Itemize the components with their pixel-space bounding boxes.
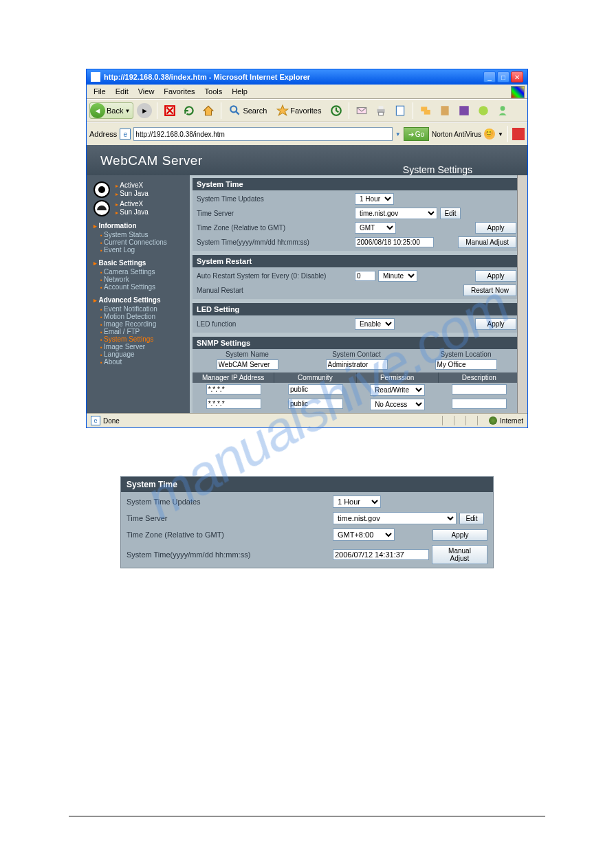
close-button[interactable]: ✕ bbox=[511, 71, 523, 82]
snmp-contact-input[interactable] bbox=[326, 359, 388, 370]
snmp-ip-input-1[interactable] bbox=[206, 399, 261, 409]
time-server-select[interactable]: time.nist.gov bbox=[355, 208, 437, 219]
sidebar-cat-information[interactable]: Information bbox=[94, 222, 183, 230]
sidebar-item-recording[interactable]: Image Recording bbox=[94, 320, 183, 328]
system-time-label: System Time(yyyy/mm/dd hh:mm:ss) bbox=[197, 238, 355, 246]
minimize-button[interactable]: _ bbox=[483, 71, 496, 82]
sidebar-link-sunjava[interactable]: Sun Java bbox=[116, 190, 149, 197]
toolbar: ◄Back▼ ► Search Favorites bbox=[87, 99, 527, 122]
messenger-button[interactable] bbox=[494, 102, 511, 119]
svg-point-1 bbox=[231, 106, 237, 112]
detail-server-select[interactable]: time.nist.gov bbox=[333, 512, 457, 524]
detail-updates-select[interactable]: 1 Hour bbox=[333, 496, 381, 508]
mail-button[interactable] bbox=[353, 102, 370, 119]
research-button[interactable] bbox=[437, 102, 453, 119]
maximize-button[interactable]: □ bbox=[497, 71, 509, 82]
sidebar-link-activex-2[interactable]: ActiveX bbox=[116, 200, 149, 208]
manual-adjust-button[interactable]: Manual Adjust bbox=[458, 236, 516, 248]
sidebar-item-email-ftp[interactable]: Email / FTP bbox=[94, 328, 183, 335]
address-bar: Address e ▼ ➔ Go Norton AntiVirus 😊 ▼ bbox=[87, 122, 527, 145]
sidebar-item-account[interactable]: Account Settings bbox=[94, 283, 183, 291]
detail-tz-label: Time Zone (Relative to GMT) bbox=[127, 531, 333, 539]
snmp-desc-input-1[interactable] bbox=[452, 399, 507, 409]
history-button[interactable] bbox=[328, 102, 344, 119]
sidebar-item-camera[interactable]: Camera Settings bbox=[94, 268, 183, 276]
refresh-button[interactable] bbox=[181, 102, 197, 119]
print-button[interactable] bbox=[373, 102, 389, 119]
sidebar-item-system-status[interactable]: System Status bbox=[94, 231, 183, 238]
snmp-comm-input-1[interactable] bbox=[288, 399, 343, 409]
stop-button[interactable] bbox=[162, 102, 178, 119]
snmp-desc-input-0[interactable] bbox=[452, 384, 507, 394]
toolbar-icon-2[interactable] bbox=[475, 102, 492, 119]
globe-icon bbox=[489, 416, 497, 425]
ie-icon bbox=[91, 72, 100, 82]
detail-edit-button[interactable]: Edit bbox=[459, 513, 484, 524]
back-button[interactable]: ◄Back▼ bbox=[89, 102, 133, 119]
snmp-col-permission: Permission bbox=[357, 372, 439, 383]
forward-button[interactable]: ► bbox=[136, 102, 153, 119]
sidebar-cat-basic[interactable]: Basic Settings bbox=[94, 259, 183, 267]
sidebar-link-sunjava-2[interactable]: Sun Java bbox=[116, 208, 149, 216]
favorites-button[interactable]: Favorites bbox=[273, 102, 325, 119]
svg-point-13 bbox=[500, 106, 505, 111]
time-updates-select[interactable]: 1 Hour bbox=[355, 193, 394, 205]
address-label: Address bbox=[89, 130, 117, 138]
edit-button[interactable] bbox=[392, 102, 408, 119]
home-button[interactable] bbox=[200, 102, 217, 119]
norton-icon[interactable]: 😊 bbox=[484, 129, 495, 140]
sidebar-item-connections[interactable]: Current Connections bbox=[94, 238, 183, 246]
sidebar-link-activex[interactable]: ActiveX bbox=[116, 181, 149, 189]
auto-restart-input[interactable] bbox=[355, 271, 375, 281]
detail-apply-button[interactable]: Apply bbox=[432, 529, 487, 541]
time-server-label: Time Server bbox=[197, 210, 355, 217]
sidebar-item-system-settings[interactable]: System Settings bbox=[94, 335, 183, 343]
sidebar-item-event-log[interactable]: Event Log bbox=[94, 246, 183, 254]
snmp-location-input[interactable] bbox=[435, 359, 497, 370]
system-time-input[interactable] bbox=[355, 237, 434, 247]
snmp-perm-select-0[interactable]: Read/Write bbox=[370, 384, 425, 396]
toolbar-icon-1[interactable] bbox=[456, 102, 472, 119]
windows-logo-icon bbox=[511, 86, 525, 98]
auto-restart-unit-select[interactable]: Minute bbox=[378, 270, 417, 282]
sidebar-item-network[interactable]: Network bbox=[94, 276, 183, 283]
menu-edit[interactable]: Edit bbox=[111, 86, 133, 97]
address-dropdown-icon[interactable]: ▼ bbox=[395, 131, 401, 137]
zone-text: Internet bbox=[500, 417, 523, 425]
time-server-edit-button[interactable]: Edit bbox=[440, 208, 461, 219]
menu-favorites[interactable]: Favorites bbox=[160, 86, 199, 97]
search-button[interactable]: Search bbox=[226, 102, 270, 119]
led-function-select[interactable]: Enable bbox=[355, 318, 395, 330]
menu-view[interactable]: View bbox=[134, 86, 159, 97]
snmp-comm-input-0[interactable] bbox=[288, 384, 343, 394]
snmp-perm-select-1[interactable]: No Access bbox=[370, 399, 425, 410]
auto-restart-apply-button[interactable]: Apply bbox=[475, 270, 516, 282]
snmp-ip-input-0[interactable] bbox=[206, 384, 261, 394]
led-apply-button[interactable]: Apply bbox=[475, 318, 516, 330]
timezone-select[interactable]: GMT bbox=[355, 222, 396, 234]
snmp-name-input[interactable] bbox=[217, 359, 278, 370]
manual-restart-label: Manual Restart bbox=[197, 287, 355, 294]
detail-manual-button[interactable]: Manual Adjust bbox=[432, 545, 487, 564]
detail-tz-select[interactable]: GMT+8:00 bbox=[333, 528, 395, 541]
discuss-button[interactable] bbox=[417, 102, 434, 119]
sidebar: ActiveX Sun Java ActiveX Sun Java bbox=[87, 175, 190, 413]
sidebar-item-image-server[interactable]: Image Server bbox=[94, 343, 183, 350]
sidebar-item-motion[interactable]: Motion Detection bbox=[94, 313, 183, 320]
adobe-icon[interactable] bbox=[512, 128, 525, 140]
sidebar-cat-advanced[interactable]: Advanced Settings bbox=[94, 296, 183, 304]
scrollbar-thumb[interactable] bbox=[518, 189, 527, 216]
sidebar-item-event-notif[interactable]: Event Notification bbox=[94, 305, 183, 313]
menu-tools[interactable]: Tools bbox=[201, 86, 227, 97]
go-button[interactable]: ➔ Go bbox=[404, 127, 429, 141]
auto-restart-label: Auto Restart System for Every (0: Disabl… bbox=[197, 272, 355, 280]
timezone-apply-button[interactable]: Apply bbox=[475, 222, 516, 234]
restart-now-button[interactable]: Restart Now bbox=[463, 285, 516, 296]
time-updates-label: System Time Updates bbox=[197, 195, 355, 203]
sidebar-item-about[interactable]: About bbox=[94, 358, 183, 366]
menu-file[interactable]: File bbox=[89, 86, 110, 97]
sidebar-item-language[interactable]: Language bbox=[94, 350, 183, 358]
address-input[interactable] bbox=[133, 127, 392, 141]
menu-help[interactable]: Help bbox=[228, 86, 252, 97]
detail-time-input[interactable] bbox=[333, 549, 429, 560]
